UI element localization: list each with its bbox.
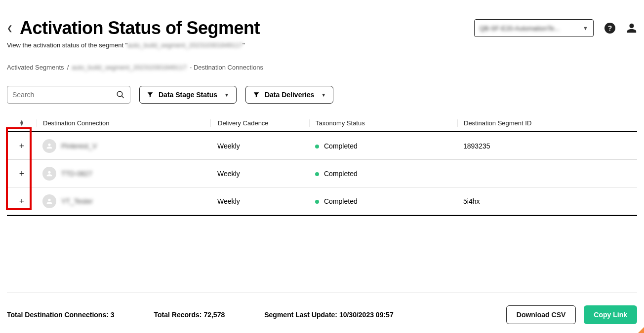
table-row: + TTD-0827 Weekly Completed <box>7 160 637 187</box>
svg-point-0 <box>117 91 122 97</box>
total-connections: Total Destination Connections: 3 <box>7 311 115 319</box>
chevron-down-icon: ▼ <box>583 25 588 31</box>
connections-table: ▲▼ Destination Connection Delivery Caden… <box>7 114 637 216</box>
help-icon[interactable]: ? <box>604 23 615 34</box>
col-taxonomy[interactable]: Taxonomy Status <box>309 119 457 127</box>
breadcrumb: Activated Segments / auto_build_segment_… <box>7 64 637 71</box>
col-cadence[interactable]: Delivery Cadence <box>210 119 309 127</box>
status-dot-icon <box>315 172 319 176</box>
total-records: Total Records: 72,578 <box>154 311 225 319</box>
filter-data-stage-status[interactable]: Data Stage Status ▼ <box>139 86 237 104</box>
expand-row-button[interactable]: + <box>16 141 27 151</box>
cadence-value: Weekly <box>210 197 309 205</box>
filter-icon <box>253 91 260 98</box>
page-subtitle: View the activation status of the segmen… <box>7 41 637 49</box>
destination-avatar-icon <box>42 139 56 153</box>
page-title: Activation Status of Segment <box>20 18 260 38</box>
sort-toggle-icon[interactable]: ▲▼ <box>19 120 24 126</box>
org-selector-label: QB-SF-E20-AutomationTe... <box>480 25 560 32</box>
download-csv-button[interactable]: Download CSV <box>506 305 576 324</box>
chevron-down-icon: ▼ <box>321 92 326 98</box>
table-row: + YT_Tester Weekly Completed 5i4hx <box>7 187 637 215</box>
taxonomy-status: Completed <box>324 142 358 150</box>
destination-name[interactable]: Pinterest_V <box>61 142 97 150</box>
page-footer: Total Destination Connections: 3 Total R… <box>7 293 637 327</box>
breadcrumb-segment: auto_build_segment_202310301649117 <box>72 64 187 71</box>
filter-icon <box>147 91 154 98</box>
user-icon[interactable] <box>626 23 637 34</box>
table-header: ▲▼ Destination Connection Delivery Caden… <box>7 114 637 131</box>
segment-id-value: 5i4hx <box>457 197 637 205</box>
cadence-value: Weekly <box>210 170 309 178</box>
last-update: Segment Last Update: 10/30/2023 09:57 <box>264 311 393 319</box>
table-row: + Pinterest_V Weekly Completed 1893235 <box>7 132 637 160</box>
svg-line-1 <box>121 96 124 98</box>
expand-row-button[interactable]: + <box>16 196 27 207</box>
search-input[interactable] <box>12 91 116 99</box>
back-chevron-icon[interactable]: ❮ <box>7 24 13 32</box>
status-dot-icon <box>315 145 319 148</box>
destination-name[interactable]: YT_Tester <box>61 197 93 205</box>
segment-id-value: 1893235 <box>457 142 637 150</box>
status-dot-icon <box>315 200 319 204</box>
expand-row-button[interactable]: + <box>16 168 27 179</box>
search-icon <box>116 90 125 99</box>
breadcrumb-root[interactable]: Activated Segments <box>7 64 64 71</box>
filter-data-deliveries[interactable]: Data Deliveries ▼ <box>245 86 333 104</box>
search-field[interactable] <box>7 86 130 104</box>
corner-fold-icon <box>638 327 644 333</box>
taxonomy-status: Completed <box>324 197 358 205</box>
taxonomy-status: Completed <box>324 170 358 178</box>
destination-avatar-icon <box>42 194 56 208</box>
col-segment-id[interactable]: Destination Segment ID <box>457 119 637 127</box>
chevron-down-icon: ▼ <box>224 92 229 98</box>
destination-name[interactable]: TTD-0827 <box>61 170 92 178</box>
cadence-value: Weekly <box>210 142 309 150</box>
destination-avatar-icon <box>42 167 56 181</box>
col-destination[interactable]: Destination Connection <box>37 119 210 127</box>
org-selector[interactable]: QB-SF-E20-AutomationTe... ▼ <box>474 19 594 37</box>
breadcrumb-tail: - Destination Connections <box>190 64 263 71</box>
copy-link-button[interactable]: Copy Link <box>584 305 637 324</box>
